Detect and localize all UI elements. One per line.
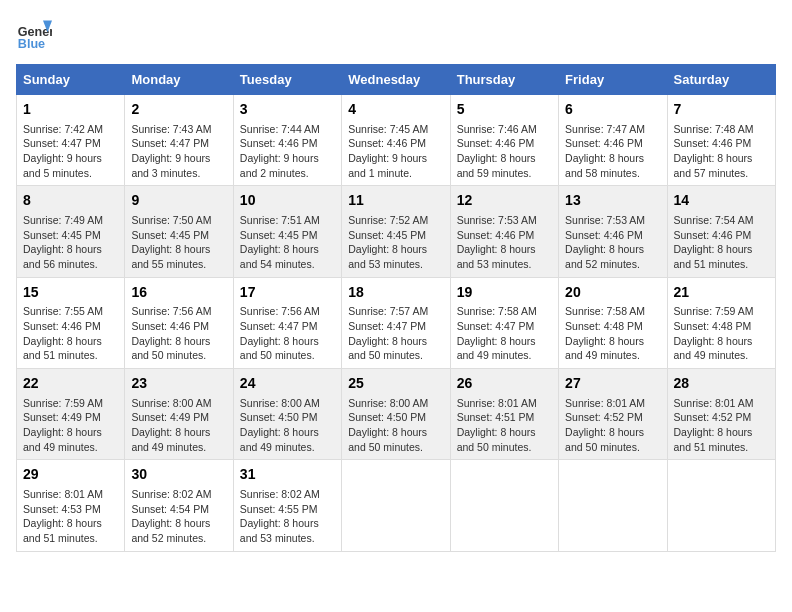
calendar-cell: 15Sunrise: 7:55 AMSunset: 4:46 PMDayligh… <box>17 277 125 368</box>
calendar-cell: 31Sunrise: 8:02 AMSunset: 4:55 PMDayligh… <box>233 460 341 551</box>
day-number: 16 <box>131 283 226 303</box>
day-info: Sunrise: 7:53 AMSunset: 4:46 PMDaylight:… <box>457 213 552 272</box>
calendar-cell: 19Sunrise: 7:58 AMSunset: 4:47 PMDayligh… <box>450 277 558 368</box>
day-number: 12 <box>457 191 552 211</box>
day-info: Sunrise: 8:02 AMSunset: 4:55 PMDaylight:… <box>240 487 335 546</box>
calendar-cell: 8Sunrise: 7:49 AMSunset: 4:45 PMDaylight… <box>17 186 125 277</box>
svg-text:Blue: Blue <box>18 37 45 51</box>
day-number: 22 <box>23 374 118 394</box>
day-number: 28 <box>674 374 769 394</box>
day-number: 13 <box>565 191 660 211</box>
week-row-3: 15Sunrise: 7:55 AMSunset: 4:46 PMDayligh… <box>17 277 776 368</box>
day-number: 23 <box>131 374 226 394</box>
calendar-cell: 18Sunrise: 7:57 AMSunset: 4:47 PMDayligh… <box>342 277 450 368</box>
calendar-cell: 13Sunrise: 7:53 AMSunset: 4:46 PMDayligh… <box>559 186 667 277</box>
day-number: 6 <box>565 100 660 120</box>
day-info: Sunrise: 7:42 AMSunset: 4:47 PMDaylight:… <box>23 122 118 181</box>
header-tuesday: Tuesday <box>233 65 341 95</box>
day-number: 26 <box>457 374 552 394</box>
header-wednesday: Wednesday <box>342 65 450 95</box>
calendar-cell: 6Sunrise: 7:47 AMSunset: 4:46 PMDaylight… <box>559 95 667 186</box>
calendar-cell: 20Sunrise: 7:58 AMSunset: 4:48 PMDayligh… <box>559 277 667 368</box>
day-info: Sunrise: 7:53 AMSunset: 4:46 PMDaylight:… <box>565 213 660 272</box>
day-info: Sunrise: 8:01 AMSunset: 4:52 PMDaylight:… <box>565 396 660 455</box>
day-info: Sunrise: 7:46 AMSunset: 4:46 PMDaylight:… <box>457 122 552 181</box>
day-number: 30 <box>131 465 226 485</box>
week-row-1: 1Sunrise: 7:42 AMSunset: 4:47 PMDaylight… <box>17 95 776 186</box>
day-info: Sunrise: 8:02 AMSunset: 4:54 PMDaylight:… <box>131 487 226 546</box>
header-monday: Monday <box>125 65 233 95</box>
day-info: Sunrise: 7:58 AMSunset: 4:47 PMDaylight:… <box>457 304 552 363</box>
day-info: Sunrise: 7:55 AMSunset: 4:46 PMDaylight:… <box>23 304 118 363</box>
day-number: 21 <box>674 283 769 303</box>
day-number: 18 <box>348 283 443 303</box>
calendar-cell: 17Sunrise: 7:56 AMSunset: 4:47 PMDayligh… <box>233 277 341 368</box>
calendar-cell: 2Sunrise: 7:43 AMSunset: 4:47 PMDaylight… <box>125 95 233 186</box>
calendar-cell: 16Sunrise: 7:56 AMSunset: 4:46 PMDayligh… <box>125 277 233 368</box>
day-info: Sunrise: 8:01 AMSunset: 4:51 PMDaylight:… <box>457 396 552 455</box>
calendar-cell: 25Sunrise: 8:00 AMSunset: 4:50 PMDayligh… <box>342 369 450 460</box>
calendar-cell: 14Sunrise: 7:54 AMSunset: 4:46 PMDayligh… <box>667 186 775 277</box>
day-info: Sunrise: 7:56 AMSunset: 4:47 PMDaylight:… <box>240 304 335 363</box>
day-info: Sunrise: 8:00 AMSunset: 4:49 PMDaylight:… <box>131 396 226 455</box>
day-info: Sunrise: 7:47 AMSunset: 4:46 PMDaylight:… <box>565 122 660 181</box>
calendar-cell: 5Sunrise: 7:46 AMSunset: 4:46 PMDaylight… <box>450 95 558 186</box>
calendar-cell <box>342 460 450 551</box>
header-saturday: Saturday <box>667 65 775 95</box>
day-info: Sunrise: 8:00 AMSunset: 4:50 PMDaylight:… <box>240 396 335 455</box>
day-info: Sunrise: 8:01 AMSunset: 4:52 PMDaylight:… <box>674 396 769 455</box>
day-number: 19 <box>457 283 552 303</box>
week-row-2: 8Sunrise: 7:49 AMSunset: 4:45 PMDaylight… <box>17 186 776 277</box>
calendar-header-row: SundayMondayTuesdayWednesdayThursdayFrid… <box>17 65 776 95</box>
day-number: 11 <box>348 191 443 211</box>
calendar-cell: 10Sunrise: 7:51 AMSunset: 4:45 PMDayligh… <box>233 186 341 277</box>
day-number: 25 <box>348 374 443 394</box>
day-info: Sunrise: 8:00 AMSunset: 4:50 PMDaylight:… <box>348 396 443 455</box>
calendar-cell: 26Sunrise: 8:01 AMSunset: 4:51 PMDayligh… <box>450 369 558 460</box>
calendar-cell: 23Sunrise: 8:00 AMSunset: 4:49 PMDayligh… <box>125 369 233 460</box>
day-number: 8 <box>23 191 118 211</box>
day-info: Sunrise: 7:59 AMSunset: 4:49 PMDaylight:… <box>23 396 118 455</box>
week-row-5: 29Sunrise: 8:01 AMSunset: 4:53 PMDayligh… <box>17 460 776 551</box>
day-info: Sunrise: 7:59 AMSunset: 4:48 PMDaylight:… <box>674 304 769 363</box>
header-friday: Friday <box>559 65 667 95</box>
header-thursday: Thursday <box>450 65 558 95</box>
day-number: 17 <box>240 283 335 303</box>
day-number: 24 <box>240 374 335 394</box>
calendar-cell: 11Sunrise: 7:52 AMSunset: 4:45 PMDayligh… <box>342 186 450 277</box>
day-info: Sunrise: 7:51 AMSunset: 4:45 PMDaylight:… <box>240 213 335 272</box>
day-number: 5 <box>457 100 552 120</box>
header-sunday: Sunday <box>17 65 125 95</box>
day-number: 29 <box>23 465 118 485</box>
day-number: 31 <box>240 465 335 485</box>
calendar-cell: 7Sunrise: 7:48 AMSunset: 4:46 PMDaylight… <box>667 95 775 186</box>
day-number: 2 <box>131 100 226 120</box>
logo: General Blue <box>16 16 56 52</box>
day-info: Sunrise: 7:43 AMSunset: 4:47 PMDaylight:… <box>131 122 226 181</box>
logo-icon: General Blue <box>16 16 52 52</box>
calendar-cell <box>559 460 667 551</box>
day-number: 4 <box>348 100 443 120</box>
calendar-cell: 22Sunrise: 7:59 AMSunset: 4:49 PMDayligh… <box>17 369 125 460</box>
calendar-cell: 30Sunrise: 8:02 AMSunset: 4:54 PMDayligh… <box>125 460 233 551</box>
page-header: General Blue <box>16 16 776 52</box>
day-info: Sunrise: 8:01 AMSunset: 4:53 PMDaylight:… <box>23 487 118 546</box>
day-number: 27 <box>565 374 660 394</box>
calendar-cell: 4Sunrise: 7:45 AMSunset: 4:46 PMDaylight… <box>342 95 450 186</box>
day-info: Sunrise: 7:44 AMSunset: 4:46 PMDaylight:… <box>240 122 335 181</box>
calendar-cell: 3Sunrise: 7:44 AMSunset: 4:46 PMDaylight… <box>233 95 341 186</box>
calendar-cell <box>450 460 558 551</box>
day-info: Sunrise: 7:58 AMSunset: 4:48 PMDaylight:… <box>565 304 660 363</box>
day-info: Sunrise: 7:45 AMSunset: 4:46 PMDaylight:… <box>348 122 443 181</box>
calendar-cell: 29Sunrise: 8:01 AMSunset: 4:53 PMDayligh… <box>17 460 125 551</box>
day-number: 15 <box>23 283 118 303</box>
calendar-cell: 21Sunrise: 7:59 AMSunset: 4:48 PMDayligh… <box>667 277 775 368</box>
day-info: Sunrise: 7:52 AMSunset: 4:45 PMDaylight:… <box>348 213 443 272</box>
week-row-4: 22Sunrise: 7:59 AMSunset: 4:49 PMDayligh… <box>17 369 776 460</box>
day-info: Sunrise: 7:54 AMSunset: 4:46 PMDaylight:… <box>674 213 769 272</box>
day-number: 7 <box>674 100 769 120</box>
calendar-cell: 1Sunrise: 7:42 AMSunset: 4:47 PMDaylight… <box>17 95 125 186</box>
calendar-cell: 12Sunrise: 7:53 AMSunset: 4:46 PMDayligh… <box>450 186 558 277</box>
calendar-cell <box>667 460 775 551</box>
day-number: 1 <box>23 100 118 120</box>
